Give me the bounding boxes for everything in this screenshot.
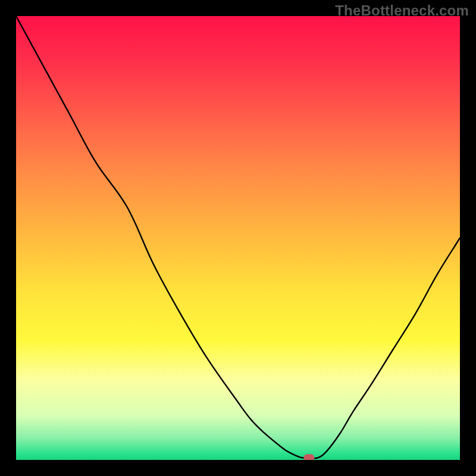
chart-frame: TheBottleneck.com <box>0 0 476 476</box>
bottleneck-curve-chart <box>16 16 460 460</box>
gradient-background <box>16 16 460 460</box>
plot-area <box>16 16 460 460</box>
optimal-point-marker <box>303 454 314 460</box>
watermark-text: TheBottleneck.com <box>335 2 469 19</box>
